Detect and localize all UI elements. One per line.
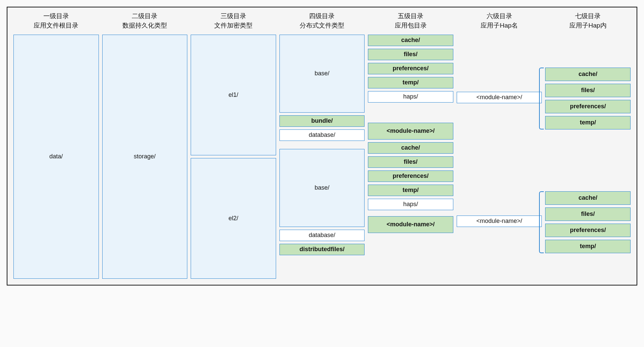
dir-cache-el2: cache/ — [368, 142, 453, 154]
hap-contents-el1: cache/ files/ preferences/ temp/ — [545, 68, 631, 129]
dir-el1: el1/ — [191, 35, 276, 155]
dir-module-name-el2: <module-name>/ — [457, 216, 542, 227]
dir-database-el2: database/ — [279, 230, 365, 241]
dir-files-el2: files/ — [368, 156, 453, 168]
dir-el2: el2/ — [191, 158, 276, 279]
dir-hap-preferences-el1: preferences/ — [545, 100, 631, 113]
spacer — [279, 144, 365, 146]
dir-hap-files-el1: files/ — [545, 84, 631, 97]
column-level-4: base/ bundle/ database/ base/ database/ … — [279, 35, 365, 279]
diagram-frame: 一级目录应用文件根目录 二级目录数据持久化类型 三级目录文件加密类型 四级目录分… — [7, 7, 637, 285]
dir-hap-preferences-el2: preferences/ — [545, 224, 631, 237]
header-level-3: 三级目录文件加密类型 — [191, 11, 276, 30]
header-level-2: 二级目录数据持久化类型 — [102, 11, 188, 30]
dir-base-el1: base/ — [279, 35, 365, 113]
column-level-3: el1/ el2/ — [191, 35, 276, 279]
dir-bundle: bundle/ — [279, 115, 365, 127]
dir-module-name-el1: <module-name>/ — [457, 92, 542, 103]
spacer — [368, 105, 453, 120]
column-level-1: data/ — [13, 35, 99, 279]
dir-hap-files-el2: files/ — [545, 207, 631, 221]
column-level-6: <module-name>/ <module-name>/ — [457, 35, 542, 279]
column-level-5: cache/ files/ preferences/ temp/ haps/ <… — [368, 35, 453, 279]
header-row: 一级目录应用文件根目录 二级目录数据持久化类型 三级目录文件加密类型 四级目录分… — [13, 11, 631, 30]
dir-hap-cache-el1: cache/ — [545, 68, 631, 81]
dir-preferences-el1: preferences/ — [368, 63, 453, 74]
dir-distributedfiles: distributedfiles/ — [279, 244, 365, 255]
header-level-7: 七级目录应用子Hap内 — [545, 11, 631, 30]
dir-module-name-db-el2: <module-name>/ — [368, 216, 453, 233]
header-level-5: 五级目录应用包目录 — [368, 11, 453, 30]
column-level-2: storage/ — [102, 35, 188, 279]
diagram-grid: data/ storage/ el1/ el2/ base/ bundle/ d… — [13, 35, 631, 279]
dir-cache-el1: cache/ — [368, 35, 453, 46]
dir-haps-el1: haps/ — [368, 91, 453, 103]
module-group-el2: <module-name>/ — [457, 216, 542, 227]
dir-temp-el1: temp/ — [368, 77, 453, 88]
header-level-4: 四级目录分布式文件类型 — [279, 11, 365, 30]
dir-database-el1: database/ — [279, 129, 365, 141]
brace-icon — [539, 68, 544, 129]
module-group-el1: <module-name>/ — [457, 92, 542, 103]
dir-base-el2: base/ — [279, 149, 365, 227]
dir-module-name-db-el1: <module-name>/ — [368, 123, 453, 140]
spacer — [368, 213, 453, 214]
header-level-1: 一级目录应用文件根目录 — [13, 11, 99, 30]
dir-files-el1: files/ — [368, 49, 453, 60]
dir-storage: storage/ — [102, 35, 188, 279]
header-level-6: 六级目录应用子Hap名 — [457, 11, 542, 30]
dir-temp-el2: temp/ — [368, 185, 453, 196]
dir-hap-temp-el1: temp/ — [545, 116, 631, 129]
dir-haps-el2: haps/ — [368, 199, 453, 210]
dir-preferences-el2: preferences/ — [368, 170, 453, 182]
hap-contents-el2: cache/ files/ preferences/ temp/ — [545, 191, 631, 253]
column-level-7: cache/ files/ preferences/ temp/ cache/ … — [545, 35, 631, 279]
dir-data: data/ — [13, 35, 99, 279]
dir-hap-temp-el2: temp/ — [545, 240, 631, 253]
brace-icon — [539, 191, 544, 253]
dir-hap-cache-el2: cache/ — [545, 191, 631, 205]
